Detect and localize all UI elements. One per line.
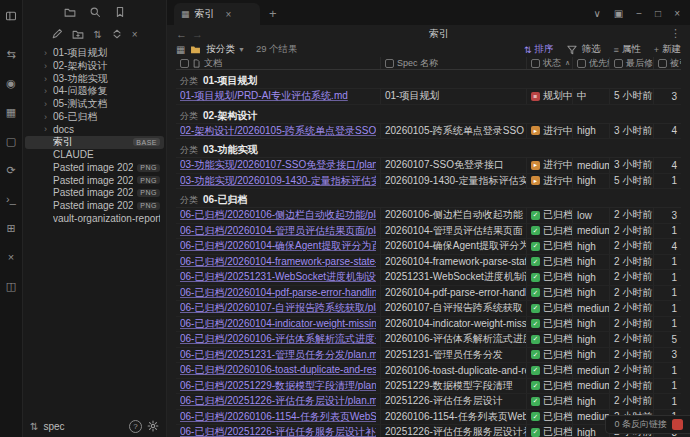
sidebar-tab-files[interactable]: [64, 6, 76, 18]
settings-gear-icon[interactable]: [147, 420, 159, 432]
file-link[interactable]: 06-已归档/20260104-确保Agent提取评分为百分制/plan.md: [180, 239, 376, 253]
cell-refs: 1: [653, 255, 681, 270]
file-link[interactable]: 06-已归档/20260106-1154-任务列表页WebSocket实时进度更…: [180, 410, 376, 424]
archive-icon[interactable]: ▢: [0, 130, 22, 152]
switcher-icon[interactable]: ⇆: [0, 43, 22, 65]
tab-index[interactable]: ▦ 索引 ×: [174, 3, 260, 25]
new-note-icon[interactable]: [51, 28, 63, 40]
modified-value: 2 小时前: [614, 317, 652, 331]
vault-icon[interactable]: ◫: [0, 275, 22, 297]
cell-file: 06-已归档/20260106-评估体系解析流式进度优化/plan.md: [176, 332, 380, 347]
file-link[interactable]: 06-已归档/20251226-评估任务服务层设计补充/plan.md: [180, 425, 376, 437]
tree-folder-docs[interactable]: ›docs: [25, 123, 164, 136]
column-header-2[interactable]: Spec 名称: [380, 57, 526, 69]
nav-back-icon[interactable]: ←: [176, 28, 192, 40]
sidebar-tab-search[interactable]: [89, 6, 101, 18]
table-icon[interactable]: ⊞: [0, 217, 22, 239]
priority-value: medium: [577, 160, 609, 171]
tree-file-Pasted image 20251229172510[interactable]: Pasted image 20251229172510PNG: [25, 174, 164, 187]
collapse-all-icon[interactable]: [111, 28, 123, 40]
cell-file: 06-已归档/20251231-WebSocket进度机制设计/plan.md: [176, 270, 380, 285]
property-type-icon: [577, 59, 586, 68]
file-link[interactable]: 06-已归档/20260106-评估体系解析流式进度优化/plan.md: [180, 332, 376, 346]
column-header-1[interactable]: 文档: [176, 57, 380, 69]
status-archived-icon: ✓: [531, 242, 540, 251]
new-folder-icon[interactable]: [72, 28, 84, 40]
tree-file-CLAUDE[interactable]: CLAUDE: [25, 149, 164, 162]
file-link[interactable]: 06-已归档/20260104-indicator-weight-missing…: [180, 317, 376, 331]
column-header-5[interactable]: 最后修改: [609, 57, 653, 69]
sync-error-icon[interactable]: [672, 419, 683, 430]
tree-file-Pasted image 20251125165007[interactable]: Pasted image 20251125165007PNG: [25, 161, 164, 174]
file-link[interactable]: 06-已归档/20260104-pdf-parse-error-handling…: [180, 286, 376, 300]
cell-modified: 2 小时前: [609, 363, 653, 378]
tree-file-vault-organization-report[interactable]: vault-organization-report: [25, 212, 164, 225]
status-archived-icon: ✓: [531, 412, 540, 421]
vault-switcher[interactable]: ⇅ spec ?: [23, 415, 166, 437]
terminal-icon[interactable]: ›_: [0, 188, 22, 210]
close-icon[interactable]: ×: [132, 29, 138, 40]
window-close-button[interactable]: ×: [674, 8, 680, 19]
file-link[interactable]: 06-已归档/20251229-数据模型字段清理/plan.md: [180, 379, 376, 393]
file-link[interactable]: 06-已归档/20260106-toast-duplicate-and-resu…: [180, 363, 376, 377]
table-row: 06-已归档/20251226-评估任务层设计/plan.md20251226-…: [176, 394, 681, 410]
window-controls: ∨ ▣ − □ ×: [583, 8, 690, 25]
canvas-icon[interactable]: ▦: [0, 101, 22, 123]
new-tab-button[interactable]: +: [260, 6, 286, 25]
tree-folder-04-问题修复[interactable]: ›04-问题修复: [25, 85, 164, 98]
cell-modified: 2 小时前: [609, 224, 653, 239]
cell-status: ✓已归档: [526, 208, 572, 223]
file-link[interactable]: 01-项目规划/PRD-AI专业评估系统.md: [180, 89, 348, 103]
cell-file: 06-已归档/20251231-管理员任务分发/plan.md: [176, 348, 380, 363]
sort-order-icon[interactable]: ⇅: [93, 29, 101, 40]
help-icon[interactable]: ?: [129, 420, 142, 433]
close-icon[interactable]: ×: [0, 246, 22, 268]
file-link[interactable]: 03-功能实现/20260107-SSO免登录接口/plan.md: [180, 158, 376, 172]
status-text: 进行中: [543, 158, 572, 172]
tree-folder-05-测试文档[interactable]: ›05-测试文档: [25, 98, 164, 111]
properties-button[interactable]: ≡ 属性: [613, 43, 640, 56]
file-link[interactable]: 03-功能实现/20260109-1430-定量指标评估实现/plan.md: [180, 174, 376, 188]
new-item-button[interactable]: + 新建: [654, 43, 681, 56]
file-link[interactable]: 06-已归档/20260104-管理员评估结果页面/plan.md: [180, 224, 376, 238]
cell-refs: 1: [653, 174, 681, 189]
stacked-tabs-icon[interactable]: ▣: [614, 8, 623, 19]
tree-folder-06-已归档[interactable]: ›06-已归档: [25, 110, 164, 123]
file-link[interactable]: 06-已归档/20260107-自评报告跨系统获取/plan.md: [180, 301, 376, 315]
file-link[interactable]: 06-已归档/20251231-管理员任务分发/plan.md: [180, 348, 376, 362]
sync-icon[interactable]: ⟳: [0, 159, 22, 181]
column-header-6[interactable]: 被引用: [653, 57, 681, 69]
tree-file-索引[interactable]: 索引BASE: [25, 136, 164, 149]
status-text: 已归档: [543, 224, 572, 238]
cell-priority: medium: [572, 379, 609, 394]
group-by-dropdown[interactable]: 按分类 ▼: [206, 43, 244, 56]
window-maximize-button[interactable]: □: [655, 8, 661, 19]
tree-folder-01-项目规划[interactable]: ›01-项目规划: [25, 47, 164, 60]
file-link[interactable]: 02-架构设计/20260105-跨系统单点登录SSO/plan.md: [180, 124, 376, 138]
tab-close-icon[interactable]: ×: [226, 9, 232, 20]
filter-button[interactable]: 筛选: [566, 43, 600, 56]
tree-file-Pasted image 20251229172516[interactable]: Pasted image 20251229172516PNG: [25, 187, 164, 200]
sort-button[interactable]: ⇅ 排序: [524, 43, 554, 56]
graph-icon[interactable]: ◉: [0, 72, 22, 94]
file-link[interactable]: 06-已归档/20251226-评估任务层设计/plan.md: [180, 394, 376, 408]
priority-value: high: [577, 318, 596, 329]
window-minimize-button[interactable]: −: [636, 8, 642, 19]
nav-forward-icon[interactable]: →: [192, 28, 208, 40]
tree-folder-03-功能实现[interactable]: ›03-功能实现: [25, 72, 164, 85]
priority-value: 中: [577, 89, 587, 103]
file-link[interactable]: 06-已归档/20260106-侧边栏自动收起功能/plan.md: [180, 208, 376, 222]
tree-file-Pasted image 20260109150711[interactable]: Pasted image 20260109150711PNG: [25, 199, 164, 212]
file-link[interactable]: 06-已归档/20260104-framework-parse-state-re…: [180, 255, 376, 269]
column-header-4[interactable]: 优先级: [572, 57, 609, 69]
tree-folder-02-架构设计[interactable]: ›02-架构设计: [25, 60, 164, 73]
table-view-icon[interactable]: ▦: [176, 44, 185, 55]
cell-status: ✓已归档: [526, 301, 572, 316]
sidebar-tab-bookmarks[interactable]: [114, 6, 126, 18]
file-link[interactable]: 06-已归档/20251231-WebSocket进度机制设计/plan.md: [180, 270, 376, 284]
tab-list-chevron-icon[interactable]: ∨: [593, 8, 600, 19]
more-options-icon[interactable]: ⋮: [670, 27, 681, 40]
left-sidebar-toggle-icon[interactable]: [0, 5, 22, 27]
cell-refs: 1: [653, 270, 681, 285]
column-header-3[interactable]: 状态∧: [526, 57, 572, 69]
